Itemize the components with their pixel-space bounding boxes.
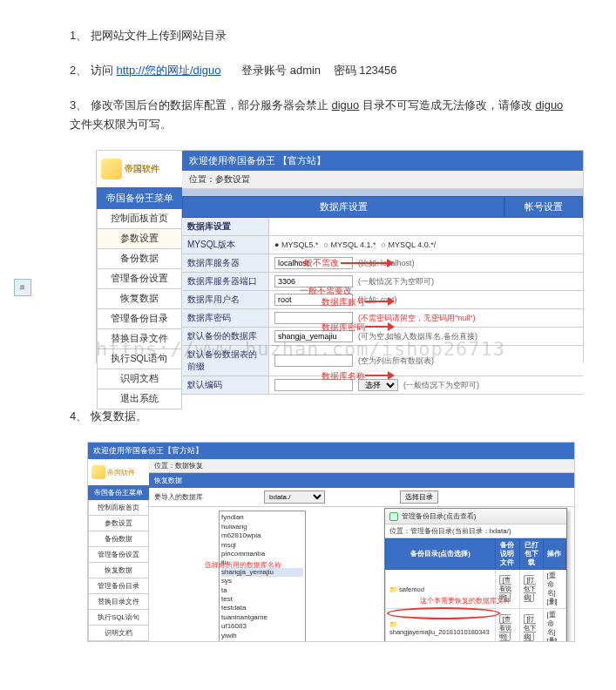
menu-title: 帝国备份王菜单 <box>88 485 149 500</box>
list-item[interactable]: pincommanba <box>221 550 303 558</box>
breadcrumb: 位置：参数设置 <box>182 171 583 189</box>
list-item[interactable]: ta <box>221 586 303 595</box>
menu-item[interactable]: 执行SQL语句 <box>88 610 149 626</box>
menu-item[interactable]: 参数设置 <box>88 516 149 531</box>
select-db[interactable]: bdata./ <box>264 490 325 504</box>
list-item[interactable]: tuaninantgame <box>221 613 303 622</box>
step-2: 2、 访问 http://您的网址/diguo 登录账号 admin 密码 12… <box>70 61 564 80</box>
field-label-charset: 默认编码 <box>182 376 269 394</box>
list-item[interactable]: huiwang <box>221 523 303 531</box>
input-prefix[interactable] <box>274 355 353 367</box>
menu-item-restore[interactable]: 恢复数据 <box>88 563 149 578</box>
main-panel: 欢迎使用帝国备份王 【官方站】 位置：参数设置 数据库设置 帐号设置 数据库设置… <box>182 151 583 362</box>
menu-item-params[interactable]: 参数设置 <box>97 229 182 249</box>
list-item[interactable]: sys <box>221 577 303 585</box>
anno-db-pwd: 数据库密码 <box>322 321 365 334</box>
popup-header: 管理备份目录(点击查看) <box>385 509 566 524</box>
anno-no-change: 一般不需改 <box>295 257 339 269</box>
step-num: 4、 <box>70 409 87 423</box>
red-arrow-icon <box>341 262 389 264</box>
menu-item-sql[interactable]: 执行SQL语句 <box>97 349 182 369</box>
radio-opt[interactable]: ○ MYSQL 4.0.*/ <box>382 240 437 249</box>
field-label-pwd: 数据库密码 <box>182 309 269 327</box>
popup-icon <box>389 512 398 521</box>
th: 操作 <box>543 539 565 570</box>
menu-item-replace[interactable]: 替换目录文件 <box>97 329 182 349</box>
doc-sidebar-icon: ≡ <box>14 279 31 296</box>
logo-icon <box>91 465 105 479</box>
download-button[interactable]: [打包下载] <box>524 575 536 602</box>
th: 已打包下载 <box>519 539 543 570</box>
screenshot-2: 欢迎使用帝国备份王【官方站】 帝国软件 帝国备份王菜单 控制面板首页 参数设置 … <box>87 442 575 642</box>
menu-item[interactable]: 管理备份设置 <box>88 547 149 563</box>
field-note: (可为空,如输入数据库名,备份直接) <box>358 331 477 342</box>
section-label: 数据库设置 <box>182 218 269 235</box>
radio-opt[interactable]: ● MYSQL5.* <box>274 240 318 249</box>
sidebar: 帝国软件 帝国备份王菜单 控制面板首页 参数设置 备份数据 管理备份设置 恢复数… <box>97 151 182 362</box>
menu-item[interactable]: 控制面板首页 <box>88 500 149 516</box>
th: 备份目录(点击选择) <box>386 539 496 570</box>
field-label-user: 数据库用户名 <box>182 291 269 308</box>
menu-item[interactable]: 替换目录文件 <box>88 594 149 610</box>
menu-item-restore[interactable]: 恢复数据 <box>97 289 182 309</box>
table-row[interactable]: 📁 shangjayemajiu_20181010180343 [查看说明] [… <box>386 609 566 643</box>
anno-restore-file: 这个事需要恢复的数据库文件 <box>420 596 511 605</box>
menu-item-backup[interactable]: 备份数据 <box>97 249 182 269</box>
step-num: 2、 <box>70 64 87 77</box>
menu-item[interactable]: 管理备份目录 <box>88 578 149 594</box>
download-button[interactable]: [打包下载] <box>524 614 536 641</box>
popup-title: 管理备份目录(点击查看) <box>402 511 476 521</box>
folder-name-2: diguo <box>536 98 564 112</box>
cell-ops[interactable]: [重命名][删] <box>543 609 565 643</box>
anno-db-account: 数据库账号 <box>322 296 365 308</box>
folder-name-1: diguo <box>331 98 359 112</box>
login-account: 登录账号 admin <box>241 64 321 77</box>
menu-item-exit[interactable]: 退出系统 <box>97 389 182 409</box>
red-circle-annotation <box>387 607 500 619</box>
anno-no-change2: 一般不需要改 <box>300 285 352 297</box>
menu-item[interactable]: 退出系统 <box>88 641 149 642</box>
field-label-version: MYSQL版本 <box>182 236 269 254</box>
step-1: 1、 把网站文件上传到网站目录 <box>70 26 564 45</box>
url-link[interactable]: http://您的网址/diguo <box>116 64 220 77</box>
tabs: 数据库设置 帐号设置 <box>182 196 583 218</box>
menu-item-mgmt-backup[interactable]: 管理备份设置 <box>97 269 182 289</box>
radio-opt[interactable]: ○ MYSQL 4.1.* <box>323 240 376 249</box>
tab-db-settings[interactable]: 数据库设置 <box>182 196 504 218</box>
step-text: 文件夹权限为可写。 <box>70 118 172 131</box>
red-arrow-icon <box>365 326 389 328</box>
field-note: (不需密码请留空，无密码用"null") <box>358 313 475 324</box>
db-listbox[interactable]: fyndian huiwang m62810wpia msql pincomma… <box>219 511 306 642</box>
menu-item-mgmt-dir[interactable]: 管理备份目录 <box>97 309 182 329</box>
list-item[interactable]: uf16083 <box>221 622 303 631</box>
screenshot-2-wrap: 欢迎使用帝国备份王【官方站】 帝国软件 帝国备份王菜单 控制面板首页 参数设置 … <box>87 442 564 642</box>
step-num: 1、 <box>70 29 87 42</box>
step-3: 3、 修改帝国后台的数据库配置，部分服务器会禁止 diguo 目录不可写造成无法… <box>70 96 564 134</box>
step-text: 目录不可写造成无法修改，请修改 <box>359 98 535 112</box>
tab-account-settings[interactable]: 帐号设置 <box>504 196 583 218</box>
menu-item-docs[interactable]: 识明文档 <box>97 369 182 389</box>
logo: 帝国软件 <box>97 151 182 187</box>
logo-text: 帝国软件 <box>125 163 159 175</box>
select-dir-button[interactable]: 选择目录 <box>400 490 438 504</box>
list-item[interactable]: test <box>221 595 303 604</box>
list-item[interactable]: yjmall <box>221 640 303 643</box>
list-item[interactable]: m62810wpia <box>221 531 303 540</box>
control-row: 要导入的数据库 bdata./ 选择目录 <box>149 488 574 507</box>
menu-item-home[interactable]: 控制面板首页 <box>97 209 182 229</box>
list-item[interactable]: fyndian <box>221 513 303 522</box>
menu-item[interactable]: 识明文档 <box>88 626 149 641</box>
breadcrumb: 位置：数据恢复 <box>149 459 574 473</box>
cell-ops[interactable]: [重命名][删] <box>543 570 565 609</box>
sidebar: 帝国软件 帝国备份王菜单 控制面板首页 参数设置 备份数据 管理备份设置 恢复数… <box>88 459 149 642</box>
screenshot-1-wrap: 帝国软件 帝国备份王菜单 控制面板首页 参数设置 备份数据 管理备份设置 恢复数… <box>96 150 564 363</box>
cell-dir: shangjayemajiu_20181010180343 <box>389 628 490 636</box>
step-text: 修改帝国后台的数据库配置，部分服务器会禁止 <box>91 98 332 112</box>
view-desc-button[interactable]: [查看说明] <box>499 614 511 641</box>
cell-dir: safemod <box>399 585 424 593</box>
menu-item[interactable]: 备份数据 <box>88 531 149 547</box>
list-item[interactable]: msql <box>221 541 303 550</box>
step-num: 3、 <box>70 98 87 112</box>
list-item[interactable]: testdata <box>221 604 303 612</box>
list-item[interactable]: yiwih <box>221 632 303 640</box>
